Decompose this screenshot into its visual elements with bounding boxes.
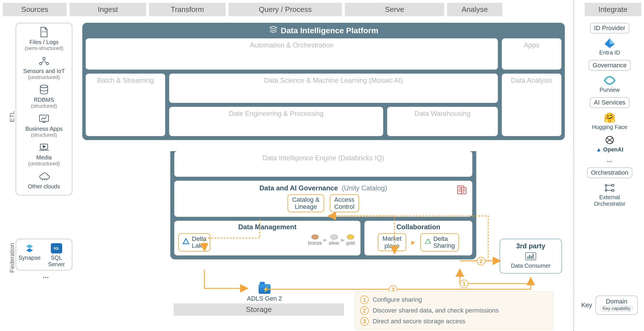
federation-label: SQL Server bbox=[43, 255, 70, 268]
source-sub: (structured) bbox=[31, 103, 57, 109]
arrow-icon: ▶ bbox=[341, 237, 345, 243]
flow-step-1-badge: 1 bbox=[460, 280, 468, 288]
source-title: RDBMS bbox=[31, 96, 57, 103]
database-icon bbox=[38, 84, 50, 95]
key-label: Key bbox=[581, 301, 592, 309]
delta-sharing-label: Delta Sharing bbox=[433, 236, 455, 249]
source-business-apps: Business Apps (structured) bbox=[25, 113, 62, 138]
external-orchestrator-label: External Orchestrator bbox=[594, 194, 625, 207]
tile-data-analysis: Data Analysis bbox=[502, 74, 561, 136]
bronze-icon bbox=[311, 234, 319, 240]
data-consumer-label: Data Consumer bbox=[504, 263, 558, 269]
vertical-divider bbox=[573, 0, 574, 331]
col-header-sources: Sources bbox=[3, 3, 67, 16]
integrate-external-orchestrator: External Orchestrator bbox=[594, 182, 625, 207]
integrate-purview: Purview bbox=[599, 75, 620, 93]
collaboration-title: Collaboration bbox=[368, 223, 468, 231]
svg-point-10 bbox=[429, 242, 431, 243]
governance-title: Data and AI Governance bbox=[259, 184, 338, 192]
ds-column: Data Science & Machine Learning (Mosaic … bbox=[169, 74, 498, 136]
tile-collaboration: Collaboration Market place ▶ Delta Shari… bbox=[364, 221, 472, 255]
group-ai-services: AI Services bbox=[590, 97, 629, 108]
laptop-play-icon bbox=[38, 142, 50, 153]
tile-apps: Apps bbox=[502, 38, 561, 70]
pill-delta-lake: Delta Lake bbox=[178, 233, 210, 251]
governance-suffix-text: (Unity Catalog) bbox=[342, 184, 387, 192]
third-party-box: 3rd party Data Consumer bbox=[500, 239, 562, 274]
legend-num-1: 1 bbox=[360, 295, 369, 304]
purview-label: Purview bbox=[599, 87, 620, 93]
source-files-logs: 0101 Files / Logs (semi-structured) bbox=[25, 27, 63, 52]
entra-id-label: Entra ID bbox=[599, 49, 620, 56]
legend-num-2: 2 bbox=[360, 306, 369, 315]
integrate-entra-id: Entra ID bbox=[599, 38, 620, 56]
legend-text-2: Discover shared data, and check permissi… bbox=[373, 307, 499, 314]
entra-id-icon bbox=[603, 38, 616, 49]
group-id-provider: ID Provider bbox=[590, 23, 629, 34]
medallion-row: bronze ▶ silver ▶ gold bbox=[308, 234, 355, 246]
source-title: Files / Logs bbox=[25, 39, 63, 45]
federation-box: Synapse SQL SQL Server bbox=[16, 239, 72, 270]
col-header-analyse: Analyse bbox=[447, 3, 502, 16]
purview-icon bbox=[603, 75, 616, 86]
col-header-ingest: Ingest bbox=[70, 3, 146, 16]
tile-data-warehousing: Data Warehousing bbox=[387, 107, 498, 136]
federation-label: Synapse bbox=[18, 255, 41, 261]
arrow-icon: ▶ bbox=[324, 237, 327, 243]
silver-label: silver bbox=[329, 241, 339, 245]
flow-step-2-badge: 2 bbox=[477, 257, 485, 265]
svg-rect-15 bbox=[612, 190, 614, 191]
openai-icon bbox=[603, 134, 616, 146]
tile-batch-streaming: Batch & Streaming bbox=[86, 74, 165, 136]
silver-icon bbox=[330, 234, 338, 240]
svg-point-9 bbox=[429, 239, 430, 240]
tile-automation-orchestration: Automation & Orchestration bbox=[86, 38, 498, 70]
legend-text-3: Direct and secure storage access bbox=[373, 318, 465, 325]
svg-point-1 bbox=[43, 57, 45, 60]
delta-lake-label: Delta Lake bbox=[192, 236, 206, 249]
pill-catalog-lineage: Catalog & Lineage bbox=[288, 194, 324, 212]
tile-data-engineering: Date Engineering & Processing bbox=[169, 107, 383, 136]
stack-icon bbox=[269, 26, 278, 36]
file-icon: 0101 bbox=[38, 27, 50, 38]
integrate-column: ID Provider Entra ID Governance Purview … bbox=[581, 23, 638, 207]
source-media: Media (unstructured) bbox=[28, 142, 60, 167]
source-title: Other clouds bbox=[28, 183, 60, 190]
arrow-icon: ▶ bbox=[411, 239, 415, 245]
cloud-icon bbox=[38, 171, 50, 182]
workflow-icon bbox=[603, 182, 616, 193]
source-other-clouds: Other clouds bbox=[28, 171, 60, 190]
source-title: Business Apps bbox=[25, 125, 62, 132]
legend-text-1: Configure sharing bbox=[373, 296, 422, 303]
adls-gen2: ⚡ ADLS Gen 2 bbox=[247, 284, 282, 302]
source-sub: (unstructured) bbox=[28, 161, 60, 167]
data-mgmt-title: Data Management bbox=[178, 223, 356, 231]
column-headers: Sources Ingest Transform Query / Process… bbox=[3, 3, 641, 16]
vertical-label-etl: ETL bbox=[9, 111, 16, 122]
document-icon bbox=[456, 185, 467, 196]
source-sub: (semi-structured) bbox=[25, 45, 63, 52]
svg-rect-14 bbox=[612, 184, 614, 186]
integrate-openai: ▲ OpenAI bbox=[596, 134, 623, 153]
key-domain-box: Domain Key capability bbox=[595, 295, 638, 315]
delta-sharing-icon bbox=[424, 238, 431, 246]
key-legend: Key Domain Key capability bbox=[581, 295, 638, 315]
group-orchestration: Orchestration bbox=[587, 167, 632, 178]
platform-title: Data Intelligence Platform bbox=[86, 25, 561, 38]
storage-blob-icon: ⚡ bbox=[259, 284, 270, 294]
source-rdbms: RDBMS (structured) bbox=[31, 84, 57, 109]
tile-data-management: Data Management Delta Lake bronze ▶ silv… bbox=[174, 221, 360, 255]
pill-marketplace: Market place bbox=[378, 233, 406, 251]
pill-delta-sharing: Delta Sharing bbox=[420, 233, 459, 251]
sources-box: 0101 Files / Logs (semi-structured) Sens… bbox=[16, 23, 72, 195]
monitor-chart-icon bbox=[38, 113, 50, 124]
iot-icon bbox=[38, 56, 50, 66]
adls-label: ADLS Gen 2 bbox=[247, 295, 282, 302]
source-sensors-iot: Sensors and IoT (unstructured) bbox=[23, 56, 65, 81]
vertical-label-federation: Federation bbox=[9, 243, 16, 273]
federation-more: … bbox=[43, 272, 49, 280]
flow-legend: 1Configure sharing 2Discover shared data… bbox=[355, 291, 553, 330]
integrate-huggingface: 🤗 Hugging Face bbox=[592, 112, 628, 130]
synapse-icon bbox=[24, 243, 35, 253]
governance-suffix bbox=[340, 184, 342, 192]
